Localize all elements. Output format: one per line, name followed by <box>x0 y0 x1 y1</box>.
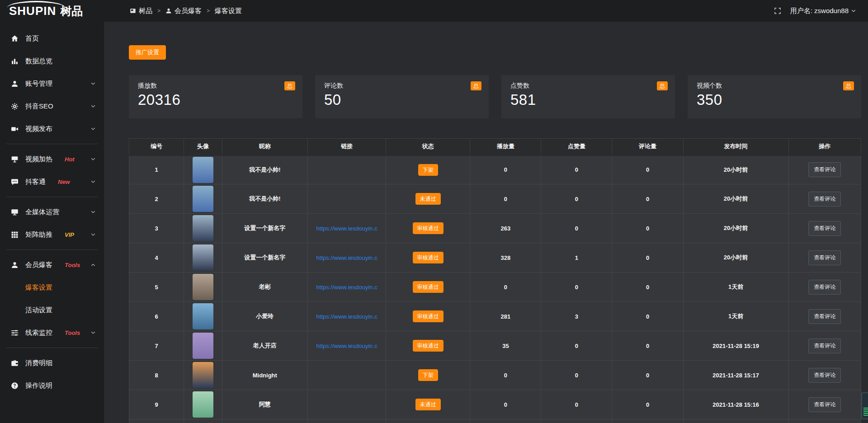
link-cell: https://www.iesdouyin.c <box>308 214 386 243</box>
publish-time-cell: 2021-11-28 15:17 <box>683 361 788 390</box>
status-cell: 未通过 <box>386 390 470 419</box>
link-cell: https://www.iesdouyin.c <box>308 243 386 273</box>
action-cell: 查看评论 <box>788 184 861 214</box>
status-cell: 下架 <box>386 155 470 184</box>
help-icon <box>11 382 19 390</box>
publish-time-cell: 1天前 <box>683 302 788 331</box>
plays-cell: 281 <box>470 302 541 331</box>
sidebar-item-member-baoke[interactable]: 会员爆客Tools <box>0 254 104 276</box>
avatar-cell <box>184 273 222 302</box>
video-icon <box>11 125 19 133</box>
sidebar-subitem-baoke-settings[interactable]: 爆客设置 <box>0 276 104 299</box>
plays-cell: 0 <box>470 390 541 419</box>
table-header-cell: 发布时间 <box>683 139 788 155</box>
view-comments-button[interactable]: 查看评论 <box>808 338 841 353</box>
sidebar-item-douyin-seo[interactable]: 抖音SEO <box>0 95 104 118</box>
avatar-cell <box>184 155 222 184</box>
status-badge: 未通过 <box>415 399 441 410</box>
chevron-down-icon <box>90 329 96 337</box>
sidebar-item-label: 首页 <box>25 34 39 43</box>
avatar <box>193 215 213 241</box>
comments-cell: 0 <box>612 331 683 361</box>
sidebar-item-consumption-detail[interactable]: 消费明细 <box>0 352 104 374</box>
avatar-cell <box>184 390 222 419</box>
main-content: 推广设置 播放数20316总评论数50总点赞数581总视频个数350总 编号头像… <box>104 22 868 423</box>
floating-widget[interactable] <box>861 392 868 419</box>
sidebar-item-video-heating[interactable]: 视频加热Hot <box>0 148 104 170</box>
chevron-down-icon <box>90 103 96 110</box>
link-cell <box>308 184 386 214</box>
avatar-cell <box>184 184 222 214</box>
action-cell: 查看评论 <box>788 155 861 184</box>
view-comments-button[interactable]: 查看评论 <box>808 192 841 207</box>
action-cell: 查看评论 <box>788 390 861 419</box>
sidebar-item-label: 消费明细 <box>25 359 52 367</box>
user-menu[interactable]: 用户名: zswodun88 <box>790 7 856 15</box>
likes-cell: 0 <box>541 361 612 390</box>
sidebar-item-home[interactable]: 首页 <box>0 27 104 50</box>
user-icon <box>11 80 19 88</box>
sidebar-item-data-overview[interactable]: 数据总览 <box>0 50 104 72</box>
view-comments-button[interactable]: 查看评论 <box>808 221 841 236</box>
row-number-cell: 5 <box>129 273 184 302</box>
action-cell: 查看评论 <box>788 214 861 243</box>
publish-time-cell <box>683 419 788 423</box>
link-cell: https://www.iesdouyin.c <box>308 273 386 302</box>
table-row <box>129 419 861 423</box>
view-comments-button[interactable]: 查看评论 <box>808 309 841 324</box>
sidebar-item-doukotong[interactable]: 抖客通New <box>0 170 104 193</box>
nickname-cell: 我不是小帅! <box>222 184 307 214</box>
view-comments-button[interactable]: 查看评论 <box>808 162 841 177</box>
profile-link[interactable]: https://www.iesdouyin.c <box>316 343 377 349</box>
breadcrumb-separator: > <box>157 8 160 14</box>
profile-link[interactable]: https://www.iesdouyin.c <box>316 254 377 261</box>
status-cell: 审核通过 <box>386 273 470 302</box>
action-cell <box>788 419 861 423</box>
stat-cards: 播放数20316总评论数50总点赞数581总视频个数350总 <box>129 75 861 118</box>
profile-link[interactable]: https://www.iesdouyin.c <box>316 225 377 232</box>
breadcrumb-item-2[interactable]: 会员爆客 <box>165 7 202 15</box>
avatar-cell <box>184 419 222 423</box>
action-cell: 查看评论 <box>788 273 861 302</box>
sidebar-item-clue-monitor[interactable]: 线索监控Tools <box>0 321 104 344</box>
profile-link[interactable]: https://www.iesdouyin.c <box>316 313 377 320</box>
breadcrumb-item-1[interactable]: 树品 <box>130 7 152 15</box>
sidebar-item-account-management[interactable]: 账号管理 <box>0 72 104 95</box>
avatar <box>193 274 213 300</box>
profile-link[interactable]: https://www.iesdouyin.c <box>316 284 377 291</box>
sidebar-item-matrix-boost[interactable]: 矩阵助推VIP <box>0 223 104 246</box>
sidebar-item-label: 矩阵助推 <box>25 230 52 239</box>
avatar <box>193 303 213 329</box>
fullscreen-icon[interactable] <box>774 7 781 14</box>
chevron-down-icon <box>90 208 96 216</box>
sidebar-item-operation-guide[interactable]: 操作说明 <box>0 374 104 397</box>
sidebar-divider <box>6 144 98 144</box>
link-cell <box>308 155 386 184</box>
status-cell: 审核通过 <box>386 302 470 331</box>
likes-cell: 0 <box>541 184 612 214</box>
table-row: 8Midnight下架0002021-11-28 15:17查看评论 <box>129 361 861 390</box>
promo-settings-button[interactable]: 推广设置 <box>129 45 166 60</box>
table-header-cell: 编号 <box>129 139 184 155</box>
plays-cell: 0 <box>470 361 541 390</box>
view-comments-button[interactable]: 查看评论 <box>808 250 841 265</box>
view-comments-button[interactable]: 查看评论 <box>808 280 841 295</box>
comments-cell: 0 <box>612 390 683 419</box>
nickname-cell: 小爱玲 <box>222 302 307 331</box>
stat-total-badge: 总 <box>657 81 668 90</box>
user-icon <box>165 8 172 14</box>
sidebar-item-video-publish[interactable]: 视频发布 <box>0 118 104 140</box>
link-cell <box>308 419 386 423</box>
action-cell: 查看评论 <box>788 243 861 273</box>
sidebar-item-all-media-operation[interactable]: 全媒体运营 <box>0 201 104 223</box>
stat-card-2: 评论数50总 <box>315 75 489 118</box>
plays-cell: 0 <box>470 155 541 184</box>
breadcrumb-label: 树品 <box>139 7 152 15</box>
status-badge: 未通过 <box>415 193 441 205</box>
comments-cell: 0 <box>612 214 683 243</box>
comments-cell: 0 <box>612 243 683 273</box>
view-comments-button[interactable]: 查看评论 <box>808 368 841 383</box>
sidebar-subitem-activity-settings[interactable]: 活动设置 <box>0 299 104 321</box>
breadcrumb: 树品>会员爆客>爆客设置 <box>130 7 242 15</box>
view-comments-button[interactable]: 查看评论 <box>808 397 841 412</box>
